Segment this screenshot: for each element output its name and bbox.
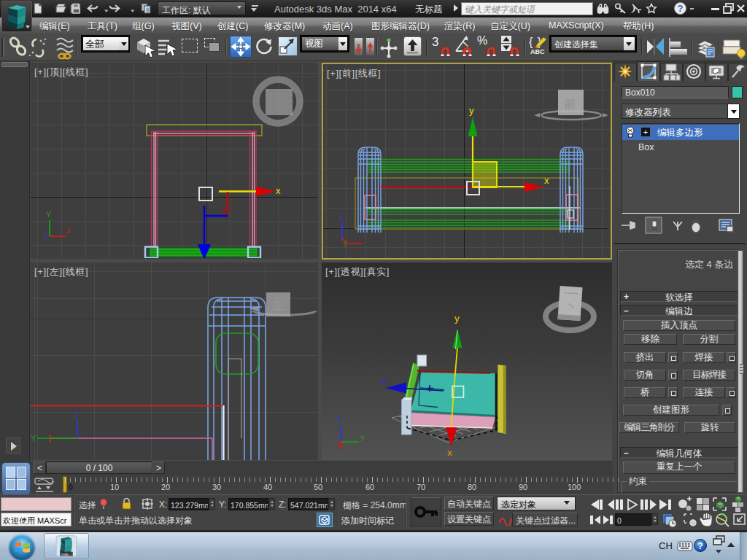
svg-text:Y: Y — [46, 210, 52, 219]
svg-text:x: x — [447, 447, 452, 458]
svg-text:z: z — [382, 376, 386, 386]
svg-text:z: z — [339, 211, 344, 220]
svg-text:y: y — [360, 432, 365, 441]
svg-text:z: z — [74, 410, 79, 419]
svg-text:y: y — [469, 105, 474, 116]
svg-text:max: max — [61, 552, 69, 556]
svg-text:y: y — [454, 313, 460, 324]
svg-text:前: 前 — [564, 98, 576, 112]
svg-text:z: z — [44, 231, 48, 240]
svg-text:x: x — [544, 175, 549, 186]
svg-text:z: z — [337, 414, 341, 423]
svg-text:x: x — [276, 185, 281, 196]
svg-text:Y: Y — [31, 434, 36, 443]
svg-text:左: 左 — [272, 299, 284, 311]
svg-text:x: x — [66, 226, 71, 235]
